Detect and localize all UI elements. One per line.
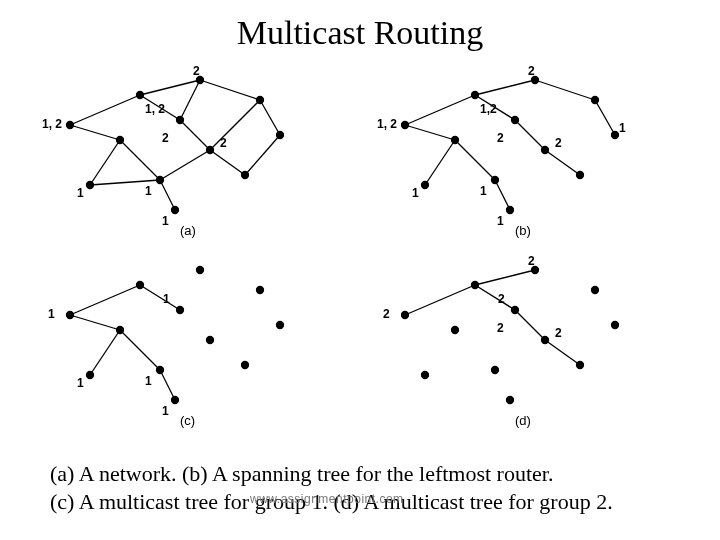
svg-line-5: [180, 80, 200, 120]
node-label: 1: [145, 184, 152, 198]
svg-line-55: [120, 330, 160, 370]
svg-point-62: [177, 307, 184, 314]
svg-point-27: [172, 207, 179, 214]
svg-point-82: [577, 362, 584, 369]
panel-label-c: (c): [180, 413, 195, 428]
svg-point-49: [492, 177, 499, 184]
svg-line-12: [120, 140, 160, 180]
watermark: www.assignmentpoint.com: [250, 492, 404, 506]
svg-line-37: [455, 140, 495, 180]
svg-point-83: [422, 372, 429, 379]
svg-line-54: [90, 330, 120, 375]
node-label: 1: [497, 214, 504, 228]
node-label: 1: [480, 184, 487, 198]
svg-point-63: [117, 327, 124, 334]
svg-point-57: [67, 312, 74, 319]
svg-point-84: [492, 367, 499, 374]
svg-point-16: [67, 122, 74, 129]
svg-line-30: [475, 80, 535, 95]
svg-point-75: [472, 282, 479, 289]
svg-point-39: [402, 122, 409, 129]
svg-line-28: [405, 95, 475, 125]
panel-b: 1, 2 2 1 1,2 2 2 1 1 1 (b): [385, 65, 665, 244]
svg-line-52: [70, 315, 120, 330]
panel-a: 1, 2 2 1, 2 2 2 1 1 1 (a): [50, 65, 330, 244]
svg-line-7: [260, 100, 280, 135]
node-label: 2: [220, 136, 227, 150]
svg-point-43: [612, 132, 619, 139]
svg-line-29: [405, 125, 455, 140]
svg-line-9: [245, 135, 280, 175]
svg-point-22: [117, 137, 124, 144]
svg-line-4: [200, 80, 260, 100]
svg-line-6: [180, 120, 210, 150]
svg-line-35: [545, 150, 580, 175]
svg-point-26: [157, 177, 164, 184]
node-label: 2: [498, 292, 505, 306]
node-label: 1: [619, 121, 626, 135]
svg-point-78: [612, 322, 619, 329]
svg-point-66: [87, 372, 94, 379]
svg-point-50: [507, 207, 514, 214]
svg-line-38: [495, 180, 510, 210]
svg-point-85: [507, 397, 514, 404]
svg-line-56: [160, 370, 175, 400]
svg-line-2: [140, 80, 200, 95]
svg-point-21: [177, 117, 184, 124]
caption: (a) A network. (b) A spanning tree for t…: [50, 460, 690, 515]
svg-line-11: [90, 140, 120, 185]
svg-line-70: [475, 270, 535, 285]
node-label: 1: [162, 404, 169, 418]
node-label: 1: [48, 307, 55, 321]
svg-line-51: [70, 285, 140, 315]
svg-line-14: [160, 150, 210, 180]
panel-label-d: (d): [515, 413, 531, 428]
node-label: 1, 2: [42, 117, 62, 131]
node-label: 1: [162, 214, 169, 228]
node-label: 2: [162, 131, 169, 145]
svg-point-59: [197, 267, 204, 274]
svg-line-1: [70, 125, 120, 140]
svg-line-13: [160, 180, 175, 210]
node-label: 2: [528, 64, 535, 78]
svg-point-19: [257, 97, 264, 104]
svg-line-33: [595, 100, 615, 135]
svg-point-17: [137, 92, 144, 99]
svg-line-72: [515, 310, 545, 340]
caption-line-1: (a) A network. (b) A spanning tree for t…: [50, 461, 553, 486]
node-label: 1: [77, 186, 84, 200]
svg-point-48: [422, 182, 429, 189]
svg-line-34: [515, 120, 545, 150]
svg-point-79: [512, 307, 519, 314]
node-label: 2: [528, 254, 535, 268]
node-label: 2: [497, 131, 504, 145]
node-label: 1: [77, 376, 84, 390]
svg-point-20: [277, 132, 284, 139]
svg-point-40: [472, 92, 479, 99]
svg-point-68: [172, 397, 179, 404]
svg-line-8: [210, 100, 260, 150]
svg-point-44: [512, 117, 519, 124]
svg-line-10: [210, 150, 245, 175]
panel-d: 2 2 2 2 2 (d): [385, 255, 665, 434]
svg-line-53: [140, 285, 180, 310]
node-label: 2: [497, 321, 504, 335]
svg-line-0: [70, 95, 140, 125]
svg-line-69: [405, 285, 475, 315]
node-label: 1, 2: [377, 117, 397, 131]
svg-point-25: [87, 182, 94, 189]
node-label: 1: [163, 292, 170, 306]
svg-point-64: [207, 337, 214, 344]
node-label: 2: [383, 307, 390, 321]
svg-point-46: [542, 147, 549, 154]
node-label: 2: [555, 136, 562, 150]
node-label: 1, 2: [145, 102, 165, 116]
node-label: 1,2: [480, 102, 497, 116]
svg-point-45: [452, 137, 459, 144]
svg-point-81: [542, 337, 549, 344]
page-title: Multicast Routing: [0, 0, 720, 60]
svg-point-77: [592, 287, 599, 294]
svg-point-24: [242, 172, 249, 179]
panel-label-a: (a): [180, 223, 196, 238]
svg-line-36: [425, 140, 455, 185]
